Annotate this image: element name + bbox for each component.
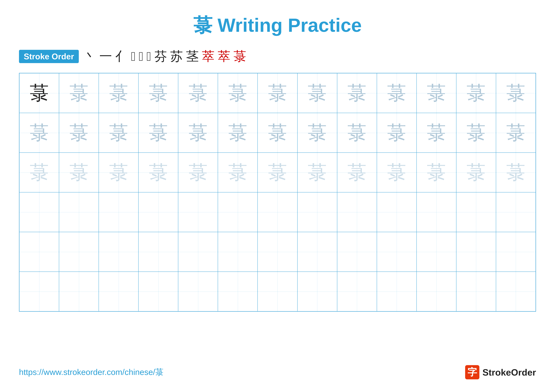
grid-cell[interactable] xyxy=(99,272,139,311)
stroke-order-badge: Stroke Order xyxy=(19,50,79,63)
grid-cell[interactable] xyxy=(59,272,99,311)
grid-cell[interactable] xyxy=(337,232,377,272)
grid-cell[interactable] xyxy=(297,272,337,311)
grid-cell[interactable] xyxy=(59,192,99,232)
grid-cell[interactable]: 菉 xyxy=(377,113,416,153)
grid-cell[interactable] xyxy=(377,192,416,232)
grid-cell[interactable] xyxy=(297,232,337,272)
grid-cell[interactable] xyxy=(19,232,59,272)
grid-cell[interactable] xyxy=(218,272,258,311)
grid-cell[interactable] xyxy=(99,192,139,232)
grid-cell[interactable]: 菉 xyxy=(258,153,297,192)
stroke-7: 芬 xyxy=(154,48,167,65)
stroke-6: 𠂇 xyxy=(146,49,151,64)
grid-cell[interactable]: 菉 xyxy=(99,73,139,113)
grid-cell[interactable] xyxy=(416,272,456,311)
grid-cell[interactable]: 菉 xyxy=(456,73,496,113)
grid-cell[interactable]: 菉 xyxy=(218,113,258,153)
grid-cell[interactable]: 菉 xyxy=(19,73,59,113)
grid-cell[interactable]: 菉 xyxy=(59,73,99,113)
grid-cell[interactable]: 菉 xyxy=(178,153,218,192)
grid-cell[interactable]: 菉 xyxy=(258,113,297,153)
grid-cell[interactable] xyxy=(456,232,496,272)
grid-cell[interactable]: 菉 xyxy=(19,153,59,192)
grid-cell[interactable]: 菉 xyxy=(337,73,377,113)
grid-cell[interactable] xyxy=(496,272,536,311)
grid-cell[interactable]: 菉 xyxy=(496,153,536,192)
title-chinese-char: 菉 xyxy=(193,14,212,36)
stroke-4: 𠄌 xyxy=(131,49,136,64)
grid-cell[interactable]: 菉 xyxy=(377,153,416,192)
grid-cell[interactable]: 菉 xyxy=(297,73,337,113)
page: 菉 Writing Practice Stroke Order 丶 一 亻 𠄌 … xyxy=(0,0,555,392)
grid-cell[interactable] xyxy=(139,192,178,232)
grid-cell[interactable]: 菉 xyxy=(496,73,536,113)
grid-cell[interactable] xyxy=(19,272,59,311)
grid-cell[interactable]: 菉 xyxy=(99,113,139,153)
grid-cell[interactable]: 菉 xyxy=(337,153,377,192)
grid-cell[interactable]: 菉 xyxy=(258,73,297,113)
grid-cell[interactable]: 菉 xyxy=(178,113,218,153)
grid-cell[interactable] xyxy=(139,232,178,272)
grid-cell[interactable]: 菉 xyxy=(297,153,337,192)
grid-cell[interactable]: 菉 xyxy=(496,113,536,153)
grid-cell[interactable] xyxy=(99,232,139,272)
stroke-order-row: Stroke Order 丶 一 亻 𠄌 𠂇 𠂇 芬 苏 茎 萃 萃 菉 xyxy=(19,48,536,65)
footer-url[interactable]: https://www.strokeorder.com/chinese/菉 xyxy=(19,367,163,378)
grid-cell[interactable] xyxy=(258,192,297,232)
footer: https://www.strokeorder.com/chinese/菉 字 … xyxy=(19,365,536,379)
grid-cell[interactable]: 菉 xyxy=(456,113,496,153)
grid-cell[interactable] xyxy=(377,272,416,311)
grid-cell[interactable]: 菉 xyxy=(139,73,178,113)
grid-cell[interactable]: 菉 xyxy=(337,113,377,153)
logo-icon: 字 xyxy=(465,365,479,379)
grid-cell[interactable] xyxy=(496,232,536,272)
stroke-5: 𠂇 xyxy=(139,49,143,64)
grid-cell[interactable] xyxy=(258,272,297,311)
grid-cell[interactable] xyxy=(416,192,456,232)
grid-cell[interactable] xyxy=(456,272,496,311)
grid-cell[interactable]: 菉 xyxy=(416,73,456,113)
grid-cell[interactable] xyxy=(456,192,496,232)
grid-cell[interactable]: 菉 xyxy=(456,153,496,192)
grid-cell[interactable]: 菉 xyxy=(377,73,416,113)
grid-cell[interactable] xyxy=(297,192,337,232)
grid-cell[interactable]: 菉 xyxy=(139,153,178,192)
grid-cell[interactable]: 菉 xyxy=(218,153,258,192)
grid-cell[interactable]: 菉 xyxy=(416,153,456,192)
grid-cell[interactable]: 菉 xyxy=(19,113,59,153)
stroke-12: 菉 xyxy=(234,48,246,65)
grid-cell[interactable] xyxy=(258,232,297,272)
stroke-1: 丶 xyxy=(84,48,96,65)
logo-text: StrokeOrder xyxy=(482,367,536,378)
grid-cell[interactable]: 菉 xyxy=(99,153,139,192)
grid-cell[interactable] xyxy=(218,192,258,232)
grid-cell[interactable] xyxy=(416,232,456,272)
grid-cell[interactable]: 菉 xyxy=(59,153,99,192)
grid-cell[interactable] xyxy=(377,232,416,272)
stroke-11: 萃 xyxy=(218,48,230,65)
grid-cell[interactable]: 菉 xyxy=(178,73,218,113)
grid-cell[interactable] xyxy=(337,272,377,311)
grid-cell[interactable]: 菉 xyxy=(59,113,99,153)
stroke-sequence: 丶 一 亻 𠄌 𠂇 𠂇 芬 苏 茎 萃 萃 菉 xyxy=(84,48,246,65)
stroke-10: 萃 xyxy=(202,48,215,65)
grid-cell[interactable] xyxy=(139,272,178,311)
grid-cell[interactable] xyxy=(178,272,218,311)
page-title: 菉 Writing Practice xyxy=(19,13,536,38)
grid-cell[interactable] xyxy=(178,192,218,232)
grid-cell[interactable]: 菉 xyxy=(139,113,178,153)
stroke-3: 亻 xyxy=(115,48,128,65)
footer-logo: 字 StrokeOrder xyxy=(465,365,536,379)
grid-cell[interactable] xyxy=(178,232,218,272)
grid-cell[interactable]: 菉 xyxy=(297,113,337,153)
stroke-9: 茎 xyxy=(186,48,199,65)
grid-cell[interactable]: 菉 xyxy=(218,73,258,113)
grid-cell[interactable] xyxy=(19,192,59,232)
stroke-8: 苏 xyxy=(170,48,183,65)
grid-cell[interactable]: 菉 xyxy=(416,113,456,153)
grid-cell[interactable] xyxy=(496,192,536,232)
grid-cell[interactable] xyxy=(337,192,377,232)
grid-cell[interactable] xyxy=(59,232,99,272)
grid-cell[interactable] xyxy=(218,232,258,272)
